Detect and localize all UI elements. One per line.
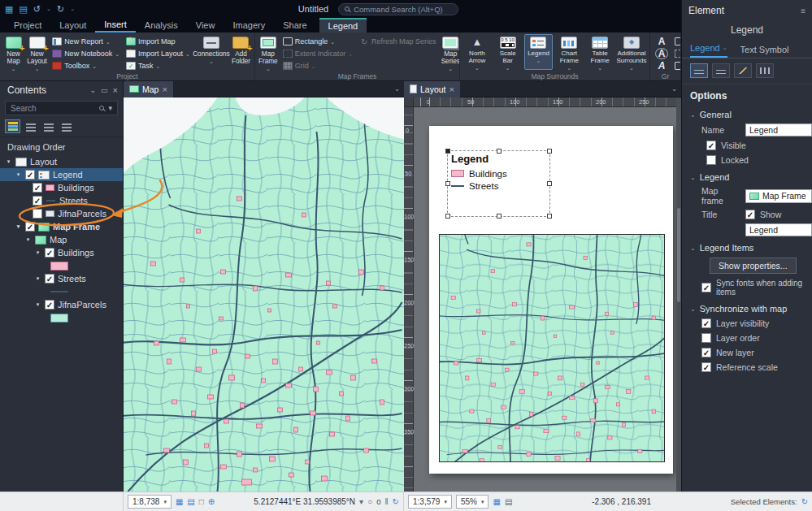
selection-marquee[interactable]: [447, 150, 550, 217]
tree-item-legend-jifnaparcels[interactable]: JifnaParcels: [0, 207, 123, 220]
expander-icon[interactable]: ▾: [34, 275, 41, 282]
name-input[interactable]: [745, 123, 812, 136]
task-button[interactable]: Task: [124, 60, 193, 71]
rectangle-button[interactable]: Rectangle: [280, 36, 355, 47]
chevron-down-icon[interactable]: ▾: [108, 104, 112, 112]
jifnaparcels-checkbox[interactable]: [33, 209, 42, 219]
streets-symbol-row[interactable]: [0, 285, 123, 298]
section-legend-items[interactable]: ⌄ Legend Items: [682, 238, 812, 255]
tree-item-legend[interactable]: ▾ Legend: [0, 168, 123, 181]
chevron-down-icon[interactable]: ⌄: [671, 85, 681, 93]
contents-search-input[interactable]: [11, 104, 95, 113]
list-by-drawing-order-button[interactable]: [5, 119, 20, 133]
map-jifnaparcels-checkbox[interactable]: [45, 300, 54, 310]
chevron-down-icon[interactable]: ⌄: [394, 85, 404, 93]
map-canvas[interactable]: [124, 97, 404, 492]
tree-item-map[interactable]: ▾ Map: [0, 233, 123, 246]
close-icon[interactable]: [162, 84, 167, 94]
layers-icon[interactable]: ▤: [187, 497, 194, 506]
tab-insert[interactable]: Insert: [95, 18, 136, 32]
tree-item-legend-streets[interactable]: Streets: [0, 194, 123, 207]
new-map-button[interactable]: New Map: [2, 34, 24, 74]
sync-fonts-checkbox[interactable]: [701, 283, 711, 292]
chevron-down-icon[interactable]: ▾: [359, 497, 363, 506]
pause-icon[interactable]: ‖: [384, 497, 388, 506]
layout-zoom-select[interactable]: 55% ▾: [456, 495, 489, 509]
legend-title-input[interactable]: [745, 223, 812, 236]
import-layout-button[interactable]: Import Layout: [124, 48, 193, 59]
expander-icon[interactable]: ▾: [24, 236, 32, 243]
tree-item-legend-buildings[interactable]: Buildings: [0, 181, 123, 194]
map-frame-dropdown[interactable]: Map Frame: [745, 189, 812, 203]
grid-icon[interactable]: ▦: [493, 497, 500, 506]
tab-view[interactable]: View: [187, 18, 224, 32]
straight-text-button[interactable]: A: [653, 36, 671, 47]
tab-imagery[interactable]: Imagery: [224, 18, 274, 32]
command-search[interactable]: Command Search (Alt+Q): [338, 3, 458, 15]
show-title-checkbox[interactable]: [745, 210, 755, 219]
sync-icon[interactable]: ↻: [801, 497, 808, 506]
vertical-scrollbar[interactable]: [676, 97, 681, 492]
layout-scale-select[interactable]: 1:3,579 ▾: [408, 495, 452, 509]
selection-handle[interactable]: [445, 149, 450, 154]
map-frame-checkbox[interactable]: [25, 222, 35, 232]
legend-button[interactable]: Legend: [524, 34, 554, 70]
map-buildings-checkbox[interactable]: [45, 248, 54, 258]
expander-icon[interactable]: ▾: [34, 301, 41, 308]
sync-icon[interactable]: ↻: [393, 497, 399, 506]
map-series-button[interactable]: Map Series: [441, 34, 460, 74]
connections-button[interactable]: Connections: [194, 34, 228, 70]
layout-canvas[interactable]: Legend Buildings Streets: [414, 107, 681, 492]
undo-icon[interactable]: ↺: [33, 0, 41, 18]
selection-handle[interactable]: [547, 214, 552, 219]
section-synchronize[interactable]: ⌄ Synchronize with map: [682, 299, 812, 316]
section-legend[interactable]: ⌄ Legend: [682, 167, 812, 184]
selection-handle[interactable]: [547, 181, 552, 186]
refresh-map-series-button[interactable]: Refresh Map Series: [357, 36, 439, 47]
list-by-selection-button[interactable]: [41, 119, 56, 133]
layers-icon[interactable]: ▤: [505, 497, 512, 506]
arrangement-icon[interactable]: [756, 63, 774, 78]
tree-item-map-jifnaparcels[interactable]: ▾ JifnaParcels: [0, 298, 123, 311]
close-icon[interactable]: [449, 84, 454, 94]
north-arrow-button[interactable]: ▲ North Arrow: [462, 34, 492, 73]
select-box-icon[interactable]: □: [199, 497, 204, 506]
page-map-frame[interactable]: [439, 234, 665, 462]
crosshair-icon[interactable]: ⊕: [208, 497, 215, 506]
layout-page[interactable]: Legend Buildings Streets: [429, 126, 673, 474]
tab-legend-properties[interactable]: Legend ⌄: [690, 43, 727, 58]
grid-icon[interactable]: ▦: [176, 497, 183, 506]
buildings-symbol-row[interactable]: [0, 259, 123, 272]
tree-item-map-streets[interactable]: ▾ Streets: [0, 272, 123, 285]
table-frame-button[interactable]: Table Frame: [585, 34, 614, 73]
new-layer-checkbox[interactable]: [701, 348, 711, 357]
expander-icon[interactable]: ▾: [5, 158, 12, 165]
add-folder-button[interactable]: Add Folder: [230, 34, 252, 70]
buildings-checkbox[interactable]: [33, 183, 42, 193]
app-menu-icon[interactable]: ▦: [5, 0, 13, 18]
import-map-button[interactable]: Import Map: [124, 36, 193, 47]
jifnaparcels-symbol-swatch[interactable]: [50, 314, 68, 323]
selection-handle[interactable]: [497, 214, 502, 219]
close-icon[interactable]: [113, 85, 118, 95]
legend-items-icon[interactable]: [690, 63, 708, 78]
tree-item-map-frame[interactable]: ▾ Map Frame: [0, 220, 123, 233]
reference-scale-checkbox[interactable]: [701, 362, 711, 372]
slanted-text-button[interactable]: A: [653, 60, 671, 71]
streets-checkbox[interactable]: [33, 196, 42, 206]
layer-order-checkbox[interactable]: [701, 333, 711, 343]
chevron-down-icon[interactable]: ⌄: [70, 6, 75, 12]
section-general[interactable]: ⌄ General: [682, 105, 812, 122]
expander-icon[interactable]: ▾: [34, 249, 41, 256]
expander-icon[interactable]: ▾: [15, 223, 22, 230]
chevron-down-icon[interactable]: ⌄: [46, 6, 51, 12]
additional-surrounds-button[interactable]: ◆ Additional Surrounds: [616, 34, 647, 73]
list-by-source-button[interactable]: [23, 119, 38, 133]
tab-share[interactable]: Share: [274, 18, 315, 32]
streets-symbol-swatch[interactable]: [50, 291, 68, 292]
new-layout-button[interactable]: New Layout: [26, 34, 48, 74]
float-pane-icon[interactable]: ▭: [101, 86, 108, 94]
tree-item-layout[interactable]: ▾ Layout: [0, 155, 123, 168]
tab-text-symbol[interactable]: Text Symbol: [740, 45, 789, 58]
legend-checkbox[interactable]: [25, 170, 35, 180]
